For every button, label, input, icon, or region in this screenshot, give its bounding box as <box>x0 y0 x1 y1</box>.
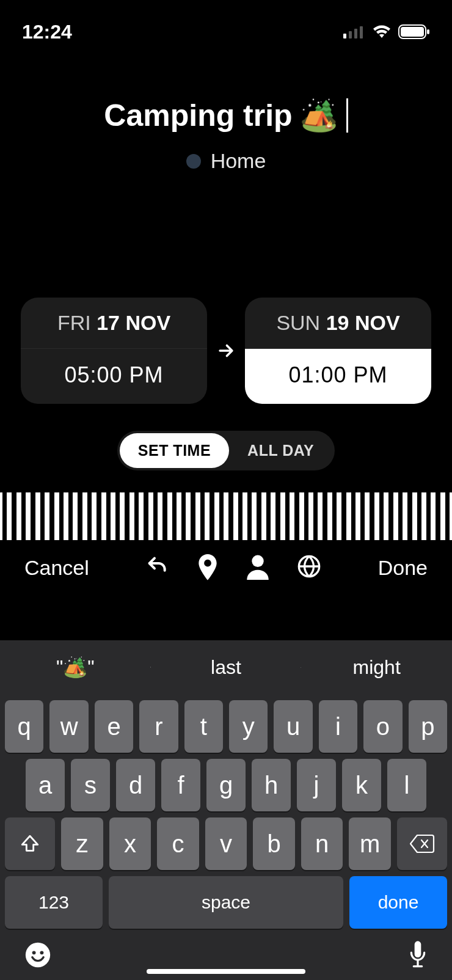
key-z[interactable]: z <box>61 817 103 870</box>
calendar-name: Home <box>211 149 266 173</box>
key-c[interactable]: c <box>157 817 199 870</box>
time-tick <box>379 492 384 540</box>
home-indicator[interactable] <box>147 969 305 974</box>
calendar-selector[interactable]: Home <box>186 149 266 173</box>
key-q[interactable]: q <box>5 700 43 753</box>
key-b[interactable]: b <box>253 817 295 870</box>
time-tick <box>426 492 431 540</box>
time-tick <box>313 492 318 540</box>
time-tick <box>304 492 308 540</box>
time-tick <box>388 492 393 540</box>
all-day-option[interactable]: ALL DAY <box>229 433 332 468</box>
time-tick <box>351 492 355 540</box>
start-time[interactable]: 05:00 PM <box>21 349 207 404</box>
key-k[interactable]: k <box>342 759 381 811</box>
time-tick <box>97 492 101 540</box>
key-u[interactable]: u <box>274 700 312 753</box>
start-day-of-week: FRI <box>57 311 91 334</box>
key-s[interactable]: s <box>71 759 110 811</box>
time-mode-toggle: SET TIME ALL DAY <box>117 431 335 470</box>
key-a[interactable]: a <box>26 759 65 811</box>
time-tick <box>162 492 167 540</box>
time-tick <box>398 492 403 540</box>
end-day-of-week: SUN <box>276 311 320 334</box>
key-j[interactable]: j <box>297 759 336 811</box>
shift-key[interactable] <box>5 817 55 870</box>
globe-icon[interactable] <box>297 554 321 581</box>
time-tick <box>228 492 233 540</box>
date-range-row: FRI 17 NOV 05:00 PM SUN 19 NOV 01:00 PM <box>0 298 452 404</box>
key-x[interactable]: x <box>109 817 151 870</box>
time-tick <box>49 492 54 540</box>
keyboard: "🏕️" last might qwertyuiop asdfghjkl zxc… <box>0 640 452 980</box>
status-time: 12:24 <box>22 21 72 43</box>
event-title-emoji: 🏕️ <box>300 98 338 133</box>
person-icon[interactable] <box>246 554 270 581</box>
key-o[interactable]: o <box>363 700 402 753</box>
time-tick <box>125 492 129 540</box>
time-scrubber[interactable] <box>0 492 452 540</box>
emoji-key[interactable] <box>24 942 51 968</box>
key-d[interactable]: d <box>116 759 155 811</box>
backspace-key[interactable] <box>397 817 447 870</box>
numbers-key[interactable]: 123 <box>5 876 103 929</box>
key-e[interactable]: e <box>95 700 133 753</box>
key-g[interactable]: g <box>206 759 246 811</box>
set-time-option[interactable]: SET TIME <box>120 433 229 468</box>
key-r[interactable]: r <box>139 700 178 753</box>
key-t[interactable]: t <box>184 700 223 753</box>
action-bar: Cancel Done <box>0 540 452 595</box>
event-title-input[interactable]: Camping trip 🏕️ <box>104 98 348 133</box>
keyboard-row-4: 123 space done <box>0 870 452 929</box>
svg-point-10 <box>32 951 36 954</box>
dictation-mic-icon[interactable] <box>408 941 428 969</box>
end-date-card[interactable]: SUN 19 NOV 01:00 PM <box>245 298 431 404</box>
key-n[interactable]: n <box>301 817 343 870</box>
done-button[interactable]: Done <box>378 556 428 580</box>
key-m[interactable]: m <box>349 817 391 870</box>
key-h[interactable]: h <box>252 759 291 811</box>
key-f[interactable]: f <box>161 759 200 811</box>
time-tick <box>144 492 148 540</box>
key-w[interactable]: w <box>49 700 88 753</box>
key-i[interactable]: i <box>319 700 357 753</box>
time-tick <box>153 492 158 540</box>
svg-point-9 <box>26 943 50 967</box>
svg-point-7 <box>252 555 264 567</box>
time-tick <box>417 492 421 540</box>
suggestion-0[interactable]: "🏕️" <box>0 656 151 679</box>
end-date: 19 NOV <box>326 311 400 334</box>
keyboard-row-1: qwertyuiop <box>0 694 452 753</box>
suggestion-2[interactable]: might <box>301 656 452 679</box>
svg-rect-1 <box>349 31 352 38</box>
suggestion-1[interactable]: last <box>151 656 302 679</box>
svg-rect-5 <box>401 27 424 37</box>
battery-icon <box>398 24 430 39</box>
end-time[interactable]: 01:00 PM <box>245 349 431 404</box>
start-date-card[interactable]: FRI 17 NOV 05:00 PM <box>21 298 207 404</box>
keyboard-suggestion-row: "🏕️" last might <box>0 640 452 694</box>
time-tick <box>21 492 26 540</box>
location-pin-icon[interactable] <box>197 554 219 581</box>
svg-rect-3 <box>360 26 363 38</box>
key-l[interactable]: l <box>387 759 426 811</box>
calendar-color-dot <box>186 154 201 169</box>
time-tick <box>78 492 82 540</box>
wifi-icon <box>371 24 392 39</box>
svg-rect-12 <box>415 941 421 957</box>
time-tick <box>172 492 177 540</box>
time-tick <box>238 492 242 540</box>
time-tick <box>106 492 111 540</box>
time-tick <box>266 492 271 540</box>
svg-rect-6 <box>427 29 429 34</box>
key-p[interactable]: p <box>409 700 447 753</box>
keyboard-row-3: zxcvbnm <box>0 811 452 870</box>
key-v[interactable]: v <box>205 817 247 870</box>
cancel-button[interactable]: Cancel <box>24 556 89 580</box>
key-y[interactable]: y <box>229 700 268 753</box>
status-icons <box>343 24 430 39</box>
space-key[interactable]: space <box>109 876 343 929</box>
start-date: 17 NOV <box>97 311 170 334</box>
undo-icon[interactable] <box>145 554 170 581</box>
keyboard-done-key[interactable]: done <box>349 876 447 929</box>
